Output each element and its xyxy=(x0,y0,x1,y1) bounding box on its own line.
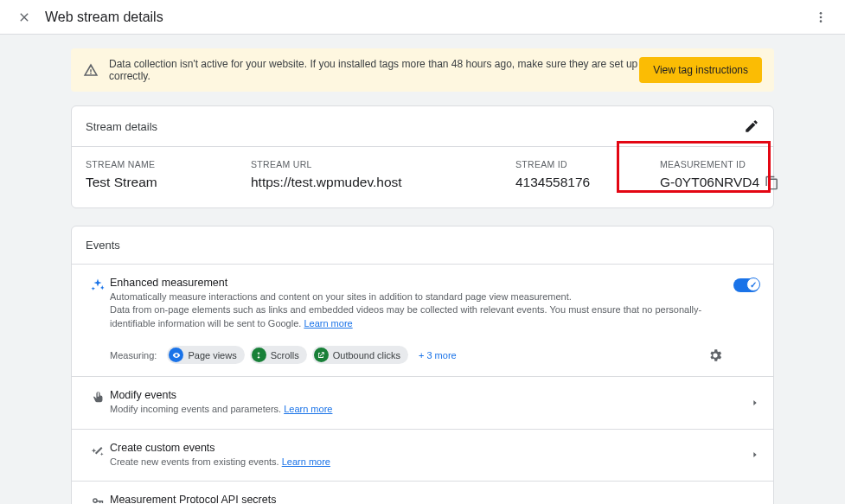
modify-events-row[interactable]: Modify events Modify incoming events and… xyxy=(72,376,773,428)
svg-point-0 xyxy=(820,12,823,15)
svg-point-2 xyxy=(820,20,823,22)
enhanced-measurement-row: Enhanced measurement Automatically measu… xyxy=(72,264,773,376)
api-secrets-row[interactable]: Measurement Protocol API secrets Create … xyxy=(72,481,773,504)
chevron-right-icon[interactable] xyxy=(751,501,759,504)
svg-point-1 xyxy=(820,16,823,18)
stream-name-label: STREAM NAME xyxy=(86,159,157,169)
enhanced-learn-more[interactable]: Learn more xyxy=(304,318,352,329)
modal-header: Web stream details xyxy=(0,0,845,35)
create-events-row[interactable]: Create custom events Create new events f… xyxy=(72,429,773,481)
page-body: Data collection isn't active for your we… xyxy=(0,35,845,504)
edit-icon[interactable] xyxy=(744,118,759,134)
warning-icon xyxy=(83,62,99,78)
chevron-right-icon[interactable] xyxy=(751,449,759,461)
more-icon[interactable] xyxy=(810,7,831,28)
close-icon[interactable] xyxy=(14,7,35,28)
stream-id-label: STREAM ID xyxy=(515,159,590,169)
measurement-id-label: MEASUREMENT ID xyxy=(660,159,779,169)
modify-title: Modify events xyxy=(110,389,740,401)
events-card: Events Enhanced measurement Automaticall… xyxy=(71,226,774,504)
more-chips-link[interactable]: + 3 more xyxy=(419,350,457,360)
wand-icon xyxy=(86,443,110,457)
stream-name-value: Test Stream xyxy=(86,175,157,190)
create-title: Create custom events xyxy=(110,442,740,454)
secrets-title: Measurement Protocol API secrets xyxy=(110,494,740,504)
stream-id-value: 4134558176 xyxy=(515,175,590,190)
stream-url-value: https://test.wpmudev.host xyxy=(251,175,402,190)
touch-icon xyxy=(86,390,110,405)
page-title: Web stream details xyxy=(45,10,810,25)
sparkle-icon xyxy=(86,278,110,293)
key-icon xyxy=(86,494,110,504)
alert-banner: Data collection isn't active for your we… xyxy=(71,48,774,92)
enhanced-title: Enhanced measurement xyxy=(110,277,723,289)
gear-icon[interactable] xyxy=(707,348,723,363)
view-tag-instructions-button[interactable]: View tag instructions xyxy=(639,57,762,83)
stream-details-heading: Stream details xyxy=(86,120,157,133)
measurement-id-value: G-0YT06NRVD4 xyxy=(660,175,759,190)
chip-pageviews: Page views xyxy=(167,346,244,364)
chevron-right-icon[interactable] xyxy=(751,397,759,409)
chip-outbound: Outbound clicks xyxy=(312,346,408,364)
alert-message: Data collection isn't active for your we… xyxy=(109,58,639,82)
enhanced-desc1: Automatically measure interactions and c… xyxy=(110,290,723,303)
enhanced-desc2: Data from on-page elements such as links… xyxy=(110,304,701,328)
enhanced-toggle[interactable] xyxy=(733,278,759,292)
modify-learn-more[interactable]: Learn more xyxy=(284,404,332,414)
create-learn-more[interactable]: Learn more xyxy=(282,456,330,467)
copy-icon[interactable] xyxy=(765,175,779,190)
stream-details-card: Stream details STREAM NAME Test Stream S… xyxy=(71,105,774,208)
stream-url-label: STREAM URL xyxy=(251,159,402,169)
chip-scrolls: Scrolls xyxy=(250,346,307,364)
measuring-label: Measuring: xyxy=(110,350,157,360)
events-heading: Events xyxy=(86,239,120,252)
